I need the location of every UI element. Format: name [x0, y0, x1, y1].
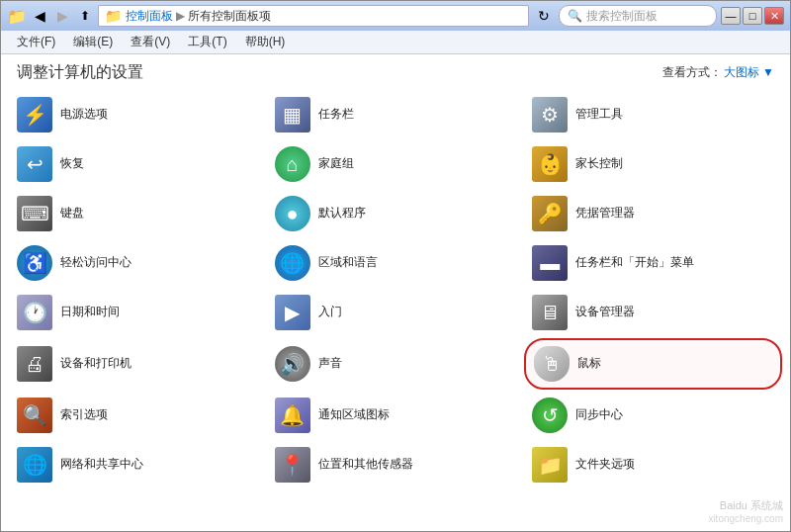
- network-icon: 🌐: [17, 447, 52, 483]
- address-bar[interactable]: 📁 控制面板 ▶ 所有控制面板项: [98, 5, 529, 27]
- taskbar-icon: ▬: [532, 245, 568, 281]
- device-printer-icon: 🖨: [17, 346, 52, 382]
- item-label-intro: 入门: [318, 305, 342, 320]
- grid-row: 🌐网络和共享中心📍位置和其他传感器📁文件夹远项: [9, 441, 782, 488]
- keyboard-icon: ⌨: [17, 196, 52, 231]
- index-icon: 🔍: [17, 398, 52, 433]
- menu-file[interactable]: 文件(F): [9, 32, 63, 52]
- control-panel-item-admin[interactable]: ⚙管理工具: [524, 91, 782, 138]
- content-header: 调整计算机的设置 查看方式： 大图标 ▼: [1, 54, 790, 87]
- sync-icon: ↺: [532, 398, 568, 433]
- control-panel-item-taskbar[interactable]: ▬任务栏和「开始」菜单: [524, 239, 782, 287]
- menu-edit[interactable]: 编辑(E): [65, 32, 121, 52]
- control-panel-item-parental[interactable]: 👶家长控制: [524, 140, 782, 188]
- item-label-datetime: 日期和时间: [60, 305, 120, 320]
- control-panel-item-notification[interactable]: 🔔通知区域图标: [267, 392, 525, 439]
- breadcrumb-separator: ▶: [176, 9, 185, 23]
- item-label-device-mgr: 设备管理器: [575, 305, 635, 320]
- control-panel-item-device-printer[interactable]: 🖨设备和打印机: [9, 338, 267, 390]
- nav-back-btn[interactable]: ◀: [31, 8, 49, 24]
- item-label-taskbar-old: 任务栏: [318, 107, 354, 123]
- control-panel-item-network[interactable]: 🌐网络和共享中心: [9, 441, 267, 488]
- page-title: 调整计算机的设置: [17, 62, 143, 83]
- control-panel-item-location[interactable]: 📍位置和其他传感器: [267, 441, 525, 488]
- control-panel-item-restore[interactable]: ↩恢复: [9, 140, 267, 188]
- item-label-credential: 凭据管理器: [575, 206, 635, 222]
- item-label-network: 网络和共享中心: [60, 457, 143, 473]
- maximize-btn[interactable]: □: [743, 7, 762, 25]
- item-label-index: 索引选项: [60, 407, 108, 423]
- item-label-taskbar: 任务栏和「开始」菜单: [575, 255, 694, 271]
- taskbar-old-icon: ▦: [275, 97, 310, 133]
- refresh-btn[interactable]: ↻: [533, 5, 555, 27]
- grid-row: ⚡电源选项▦任务栏⚙管理工具: [9, 91, 782, 138]
- main-window: 📁 ◀ ▶ ⬆ 📁 控制面板 ▶ 所有控制面板项 ↻ 🔍 搜索控制面板 — □ …: [0, 0, 791, 532]
- device-mgr-icon: 🖥: [532, 295, 568, 330]
- intro-icon: ▶: [275, 295, 310, 330]
- control-panel-item-taskbar-old[interactable]: ▦任务栏: [267, 91, 525, 138]
- control-panel-item-keyboard[interactable]: ⌨键盘: [9, 190, 267, 237]
- item-label-device-printer: 设备和打印机: [60, 356, 132, 372]
- control-panel-item-device-mgr[interactable]: 🖥设备管理器: [524, 289, 782, 336]
- search-icon: 🔍: [568, 9, 582, 23]
- control-panel-item-folder-remote[interactable]: 📁文件夹远项: [524, 441, 782, 488]
- control-panel-item-sync[interactable]: ↺同步中心: [524, 392, 782, 439]
- breadcrumb-current: 所有控制面板项: [188, 8, 271, 25]
- item-label-notification: 通知区域图标: [318, 407, 390, 423]
- default-prog-icon: ●: [275, 196, 310, 231]
- menu-view[interactable]: 查看(V): [123, 32, 178, 52]
- item-label-restore: 恢复: [60, 156, 84, 172]
- admin-icon: ⚙: [532, 97, 568, 133]
- minimize-btn[interactable]: —: [721, 7, 741, 25]
- item-label-power: 电源选项: [60, 107, 108, 123]
- control-panel-item-credential[interactable]: 🔑凭据管理器: [524, 190, 782, 237]
- grid-row: ↩恢复⌂家庭组👶家长控制: [9, 140, 782, 188]
- nav-forward-btn[interactable]: ▶: [53, 8, 72, 24]
- folder-remote-icon: 📁: [532, 447, 568, 483]
- nav-up-btn[interactable]: ⬆: [76, 9, 94, 23]
- view-mode-label: 查看方式：: [662, 64, 722, 81]
- view-mode-selector[interactable]: 查看方式： 大图标 ▼: [662, 64, 774, 81]
- control-panel-item-intro[interactable]: ▶入门: [267, 289, 525, 336]
- menu-tools[interactable]: 工具(T): [180, 32, 234, 52]
- content-area: 调整计算机的设置 查看方式： 大图标 ▼ ⚡电源选项▦任务栏⚙管理工具↩恢复⌂家…: [1, 54, 790, 531]
- item-label-sound: 声音: [318, 356, 342, 372]
- control-panel-item-default-prog[interactable]: ●默认程序: [267, 190, 525, 237]
- item-label-default-prog: 默认程序: [318, 206, 366, 222]
- control-panel-item-index[interactable]: 🔍索引选项: [9, 392, 267, 439]
- item-label-keyboard: 键盘: [60, 206, 84, 222]
- control-panel-item-power[interactable]: ⚡电源选项: [9, 91, 267, 138]
- search-placeholder: 搜索控制面板: [586, 8, 658, 25]
- control-panel-item-datetime[interactable]: 🕐日期和时间: [9, 289, 267, 336]
- restore-icon: ↩: [17, 146, 52, 182]
- control-panel-item-easy-access[interactable]: ♿轻松访问中心: [9, 239, 267, 287]
- region-icon: 🌐: [275, 245, 310, 281]
- item-label-parental: 家长控制: [575, 156, 623, 172]
- title-bar: 📁 ◀ ▶ ⬆ 📁 控制面板 ▶ 所有控制面板项 ↻ 🔍 搜索控制面板 — □ …: [1, 1, 790, 31]
- item-label-admin: 管理工具: [575, 107, 623, 123]
- notification-icon: 🔔: [275, 398, 310, 433]
- item-label-sync: 同步中心: [575, 407, 623, 423]
- window-icon: 📁: [7, 7, 27, 26]
- control-panel-item-mouse[interactable]: 🖱鼠标: [524, 338, 782, 390]
- items-grid: ⚡电源选项▦任务栏⚙管理工具↩恢复⌂家庭组👶家长控制⌨键盘●默认程序🔑凭据管理器…: [1, 87, 790, 531]
- search-box[interactable]: 🔍 搜索控制面板: [559, 5, 717, 27]
- item-label-homegroup: 家庭组: [318, 156, 354, 172]
- menu-bar: 文件(F) 编辑(E) 查看(V) 工具(T) 帮助(H): [1, 31, 790, 54]
- view-mode-value[interactable]: 大图标 ▼: [724, 64, 774, 81]
- easy-access-icon: ♿: [17, 245, 52, 281]
- item-label-location: 位置和其他传感器: [318, 457, 413, 473]
- item-label-easy-access: 轻松访问中心: [60, 255, 132, 271]
- homegroup-icon: ⌂: [275, 146, 310, 182]
- menu-help[interactable]: 帮助(H): [237, 32, 294, 52]
- window-controls: — □ ✕: [721, 7, 784, 25]
- breadcrumb-root[interactable]: 控制面板: [126, 8, 173, 25]
- grid-row: ♿轻松访问中心🌐区域和语言▬任务栏和「开始」菜单: [9, 239, 782, 287]
- control-panel-item-sound[interactable]: 🔊声音: [267, 338, 525, 390]
- control-panel-item-region[interactable]: 🌐区域和语言: [267, 239, 525, 287]
- power-icon: ⚡: [17, 97, 52, 133]
- control-panel-item-homegroup[interactable]: ⌂家庭组: [267, 140, 525, 188]
- breadcrumb-icon: 📁: [105, 8, 122, 24]
- close-btn[interactable]: ✕: [764, 7, 784, 25]
- mouse-icon: 🖱: [534, 346, 570, 382]
